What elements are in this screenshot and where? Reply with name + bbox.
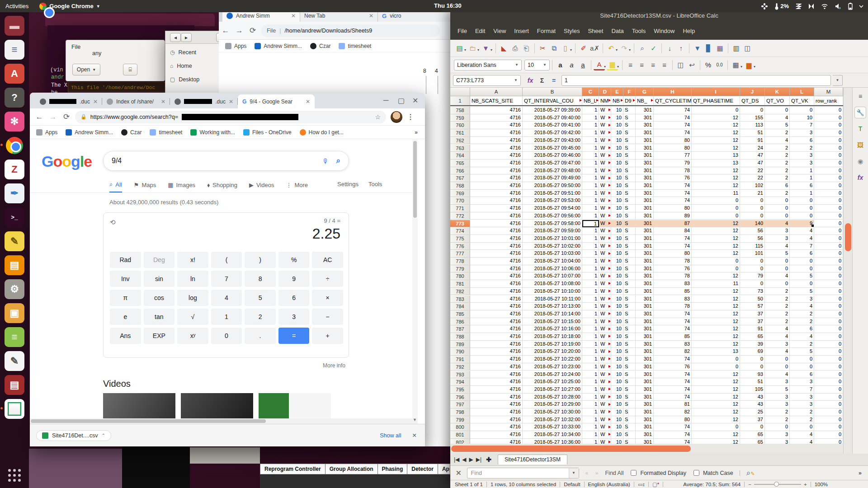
grid-cell[interactable]: 74 [654,356,692,363]
grid-cell[interactable]: S [623,190,636,197]
grid-cell[interactable]: 12 [692,303,740,310]
grid-cell[interactable]: 2018-05-27 09:41:00 [523,122,582,129]
grid-cell[interactable]: 12 [692,378,740,386]
grid-cell[interactable]: 0 [692,265,740,273]
formatted-display-checkbox[interactable] [631,470,637,476]
bookmark-item[interactable]: Apps [225,43,246,49]
zoom-out-icon[interactable]: − [748,482,751,487]
grid-cell[interactable]: 0 [790,205,814,212]
grid-cell[interactable]: 0 [814,114,843,122]
grid-cell[interactable]: 2018-05-27 10:16:00 [523,325,582,333]
grid-cell[interactable]: 0 [740,205,765,212]
calc-key-xʸ[interactable]: xʸ [177,328,208,344]
grid-cell[interactable]: 10 [611,333,623,341]
grid-cell[interactable]: 4716 [470,333,523,341]
menu-window[interactable]: Window [650,26,678,36]
grid-cell[interactable]: 3 [765,227,790,235]
grid-cell[interactable]: 1 [582,129,599,137]
grid-cell[interactable]: 2018-05-27 10:08:00 [523,280,582,288]
grid-cell[interactable]: 12 [692,272,740,280]
grid-cell[interactable]: 3 [765,394,790,401]
scats-strip-button[interactable]: Reprogram Controller [260,464,326,474]
grid-cell[interactable]: 4716 [470,303,523,310]
grid-cell[interactable]: W [599,333,611,341]
grid-cell[interactable]: 12 [692,341,740,348]
grid-cell[interactable]: S [623,356,636,363]
grid-cell[interactable]: 1 [582,296,599,303]
grid-cell[interactable]: 0 [692,205,740,212]
grid-cell[interactable]: 4716 [470,288,523,296]
app-menu[interactable]: Google Chrome ▼ [34,0,105,12]
calc-key-6[interactable]: 6 [278,290,310,306]
grid-cell[interactable]: S [623,227,636,235]
grid-cell[interactable]: 4716 [470,243,523,250]
grid-cell[interactable]: W [599,310,611,318]
grid-cell[interactable]: 301 [636,378,654,386]
grid-cell[interactable]: S [623,325,636,333]
header-cell[interactable]: QT_INTERVAL_COU [523,96,582,105]
grid-cell[interactable]: 10 [611,265,623,273]
grid-cell[interactable]: 1 [582,258,599,265]
grid-cell[interactable]: 301 [636,296,654,303]
grid-cell[interactable]: 4716 [470,197,523,205]
bookmark-item[interactable]: timesheet [150,129,182,136]
find-replace-icon[interactable]: ⌕ [637,42,648,54]
print-icon[interactable]: ⎙ [509,42,521,54]
grid-cell[interactable]: 2018-05-27 09:46:00 [523,152,582,160]
calc-key-)[interactable]: ) [245,252,276,268]
zoom-in-icon[interactable]: + [804,482,807,487]
grid-cell[interactable]: 74 [654,386,692,394]
row-header[interactable]: 787 [450,325,470,333]
red-book-app[interactable]: ▤ [5,375,24,395]
grid-cell[interactable]: 0 [814,310,843,318]
grid-cell[interactable]: 4716 [470,272,523,280]
grid-cell[interactable]: 10 [611,401,623,408]
header-cell[interactable]: row_rank [814,96,843,105]
grid-cell[interactable]: 0 [814,107,843,114]
history-icon[interactable]: ⟲ [110,218,116,226]
grid-cell[interactable]: W [599,129,611,137]
grid-cell[interactable]: 4 [790,303,814,310]
grid-cell[interactable]: 0 [740,197,765,205]
grid-cell[interactable]: W [599,280,611,288]
header-cell[interactable]: QT_PHASETIME [692,96,740,105]
grid-cell[interactable]: 83 [654,296,692,303]
grid-cell[interactable]: W [599,288,611,296]
close-find-icon[interactable]: ✕ [456,469,462,477]
back-icon[interactable]: ← [219,26,232,35]
calc-key-÷[interactable]: ÷ [312,271,343,287]
dropdown-caret-icon[interactable]: ▾ [754,65,755,69]
calc-key-sin[interactable]: sin [144,271,175,287]
calc-key-5[interactable]: 5 [245,290,276,306]
grid-cell[interactable]: S [623,145,636,152]
grid-cell[interactable]: 0 [765,423,790,431]
grid-cell[interactable]: 10 [611,145,623,152]
grid-cell[interactable]: 0 [765,197,790,205]
italic-icon[interactable]: a [566,59,577,70]
grid-cell[interactable]: 6 [790,250,814,258]
grid-cell[interactable]: W [599,378,611,386]
decimal-icon[interactable]: 0.0 [714,59,725,70]
grid-cell[interactable]: 0 [814,197,843,205]
grid-cell[interactable]: 12 [692,220,740,228]
grid-cell[interactable]: 47 [740,152,765,160]
grid-cell[interactable]: 2018-05-27 10:04:00 [523,258,582,265]
show-applications-icon[interactable] [8,469,21,482]
grid-cell[interactable]: 80 [654,416,692,424]
grid-cell[interactable]: 0 [814,280,843,288]
browser-tab[interactable]: Index of /share/✕ [102,94,170,108]
grid-cell[interactable]: 4 [765,371,790,379]
calc-key-4[interactable]: 4 [211,290,242,306]
grid-cell[interactable]: 5 [765,122,790,129]
terminal-app[interactable]: >_ [5,207,24,227]
grid-cell[interactable]: 4716 [470,220,523,228]
bookmark-item[interactable]: Apps [36,129,57,136]
grid-cell[interactable]: 140 [740,220,765,228]
grid-cell[interactable]: 37 [740,318,765,326]
row-header[interactable]: 1 [450,96,470,105]
grid-cell[interactable]: S [623,137,636,145]
grid-cell[interactable]: 0 [790,423,814,431]
result-tab-videos[interactable]: ▶Videos [249,182,274,192]
zigzag-icon[interactable] [795,3,802,10]
menu-edit[interactable]: Edit [472,26,489,36]
